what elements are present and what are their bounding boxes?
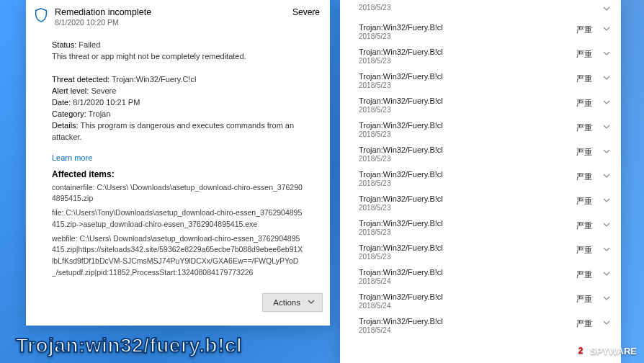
chevron-down-icon[interactable] [602, 3, 611, 16]
chevron-down-icon[interactable] [602, 219, 611, 232]
threat-row[interactable]: Trojan:Win32/Fuery.B!cl 2018/5/24 严重 [359, 314, 611, 339]
chevron-down-icon[interactable] [602, 194, 611, 207]
threat-row[interactable]: Trojan:Win32/Fuery.B!cl 2018/5/23 严重 [359, 118, 611, 143]
threat-date: 2018/5/24 [359, 277, 443, 285]
threat-name: Trojan:Win32/Fuery.B!cl [359, 219, 443, 228]
chevron-down-icon[interactable] [602, 48, 611, 60]
threat-row[interactable]: Trojan:Win32/Fuery.B!cl 2018/5/23 严重 [359, 167, 611, 192]
severity-label: Severe [292, 7, 320, 17]
threat-severity: 严重 [576, 98, 592, 109]
threat-row[interactable]: Trojan:Win32/Fuery.B!cl 2018/5/24 严重 [359, 290, 611, 314]
chevron-down-icon[interactable] [602, 121, 611, 134]
threat-name: Trojan:Win32/Fuery.B!cl [359, 48, 443, 56]
threat-date: 2018/5/23 [359, 106, 443, 114]
threat-row[interactable]: Trojan:Win32/Fuery.B!cl 2018/5/23 严重 [359, 20, 611, 45]
date-label: Date: [52, 98, 71, 107]
threat-name: Trojan:Win32/Fuery.B!cl [359, 292, 443, 301]
threat-severity: 严重 [576, 318, 592, 329]
chevron-down-icon[interactable] [602, 170, 611, 183]
panel-title: Remediation incomplete [55, 7, 292, 17]
status-value: Failed [79, 40, 100, 49]
threat-severity: 严重 [576, 220, 592, 231]
category-label: Category: [52, 109, 86, 118]
threat-date: 2018/5/23 [359, 4, 391, 14]
chevron-down-icon[interactable] [602, 145, 611, 158]
threat-name: Trojan:Win32/Fuery.B!cl [359, 194, 443, 203]
threat-detected-label: Threat detected: [52, 75, 109, 84]
actions-row: Actions [26, 289, 330, 319]
category-value: Trojan [89, 109, 111, 118]
threat-name: Trojan:Win32/Fuery.B!cl [359, 170, 443, 179]
threat-date: 2018/5/24 [359, 326, 443, 334]
threat-severity: 严重 [576, 147, 592, 158]
threat-name: Trojan:Win32/Fuery.B!cl [359, 317, 443, 326]
threat-date: 2018/5/23 [359, 155, 443, 163]
threat-severity: 严重 [576, 49, 592, 60]
alert-level-label: Alert level: [52, 86, 89, 95]
threat-severity: 严重 [576, 73, 592, 84]
status-label: Status: [52, 40, 76, 49]
threat-date: 2018/5/23 [359, 228, 443, 236]
threat-row[interactable]: Trojan:Win32/Fuery.B!cl 2018/5/23 严重 [359, 143, 611, 167]
affected-item: file: C:\Users\Tony\Downloads\asetup_dow… [52, 207, 304, 230]
threat-date: 2018/5/23 [359, 81, 443, 89]
panel-header: Remediation incomplete 8/1/2020 10:20 PM… [26, 0, 330, 32]
chevron-down-icon[interactable] [602, 268, 611, 281]
image-caption: Trojan:win32/fuery.b!cl [16, 334, 242, 357]
threat-name: Trojan:Win32/Fuery.B!cl [359, 121, 443, 130]
threat-date: 2018/5/23 [359, 32, 443, 40]
threat-row[interactable]: Trojan:Win32/Fuery.B!cl 2018/5/23 严重 [359, 69, 611, 94]
threat-row-partial[interactable]: 2018/5/23 [359, 3, 611, 20]
affected-items-title: Affected items: [26, 169, 330, 182]
threat-severity: 严重 [576, 24, 592, 35]
threat-date: 2018/5/23 [359, 57, 443, 65]
shield-icon [33, 7, 49, 23]
threat-date: 2018/5/23 [359, 179, 443, 187]
threat-severity: 严重 [576, 294, 592, 305]
threat-row[interactable]: Trojan:Win32/Fuery.B!cl 2018/5/23 严重 [359, 216, 611, 241]
threat-row[interactable]: Trojan:Win32/Fuery.B!cl 2018/5/23 严重 [359, 45, 611, 69]
chevron-down-icon[interactable] [602, 97, 611, 109]
actions-button[interactable]: Actions [262, 293, 323, 312]
chevron-down-icon[interactable] [602, 317, 611, 330]
threat-row[interactable]: Trojan:Win32/Fuery.B!cl 2018/5/23 严重 [359, 192, 611, 216]
affected-item: webfile: C:\Users\ Downloads\asetup_down… [52, 233, 304, 279]
threat-severity: 严重 [576, 122, 592, 133]
threat-row[interactable]: Trojan:Win32/Fuery.B!cl 2018/5/23 严重 [359, 94, 611, 118]
threat-name: Trojan:Win32/Fuery.B!cl [359, 97, 443, 105]
threat-name: Trojan:Win32/Fuery.B!cl [359, 145, 443, 154]
remediation-detail-panel: Remediation incomplete 8/1/2020 10:20 PM… [26, 0, 330, 326]
learn-more-link[interactable]: Learn more [26, 148, 330, 169]
status-section: Status: Failed This threat or app might … [26, 40, 330, 67]
threat-severity: 严重 [576, 245, 592, 256]
threat-date: 2018/5/23 [359, 204, 443, 212]
threat-date: 2018/5/24 [359, 302, 443, 310]
threat-severity: 严重 [576, 196, 592, 207]
chevron-down-icon[interactable] [602, 72, 611, 85]
chevron-down-icon [308, 298, 315, 307]
chevron-down-icon[interactable] [602, 23, 611, 36]
actions-button-label: Actions [273, 298, 300, 307]
threat-row[interactable]: Trojan:Win32/Fuery.B!cl 2018/5/23 严重 [359, 241, 611, 265]
threat-section: Threat detected: Trojan:Win32/Fuery.C!cl… [26, 74, 330, 148]
logo-text: SPYWARE [590, 346, 637, 357]
affected-items-body: containerfile: C:\Users\ \Downloads\aset… [26, 182, 330, 289]
logo-number: 2 [574, 344, 587, 357]
threat-name: Trojan:Win32/Fuery.B!cl [359, 23, 443, 32]
threat-history-panel: 2018/5/23 Trojan:Win32/Fuery.B!cl 2018/5… [340, 0, 621, 363]
chevron-down-icon[interactable] [602, 243, 611, 256]
chevron-down-icon[interactable] [602, 292, 611, 305]
affected-item: containerfile: C:\Users\ \Downloads\aset… [52, 182, 304, 205]
threat-severity: 严重 [576, 269, 592, 280]
threat-severity: 严重 [576, 171, 592, 182]
panel-timestamp: 8/1/2020 10:20 PM [55, 18, 292, 27]
status-description: This threat or app might not be complete… [52, 51, 304, 63]
threat-date: 2018/5/23 [359, 253, 443, 261]
threat-name: Trojan:Win32/Fuery.B!cl [359, 72, 443, 81]
alert-level-value: Severe [91, 86, 116, 95]
details-label: Details: [52, 121, 79, 130]
threat-date: 2018/5/23 [359, 130, 443, 138]
threat-detected-value: Trojan:Win32/Fuery.C!cl [112, 75, 196, 84]
threat-row[interactable]: Trojan:Win32/Fuery.B!cl 2018/5/24 严重 [359, 265, 611, 290]
threat-name: Trojan:Win32/Fuery.B!cl [359, 243, 443, 252]
